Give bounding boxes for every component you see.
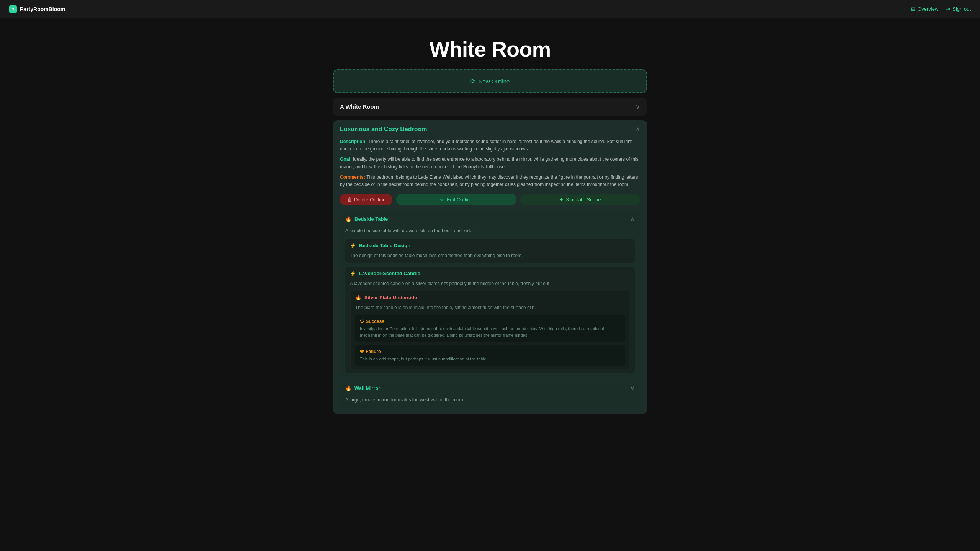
logo: ✦ PartyRoomBloom	[9, 5, 65, 13]
bedroom-chevron-up-icon: ∧	[635, 126, 640, 133]
logo-text: PartyRoomBloom	[20, 6, 65, 12]
bedroom-comments: Comments: This bedroom belongs to Lady E…	[340, 174, 640, 188]
delete-outline-button[interactable]: 🗑 Delete Outline	[340, 194, 392, 205]
section-header-left: A White Room	[340, 103, 379, 110]
description-label: Description:	[340, 139, 367, 144]
header-right: ⊞ Overview ⇥ Sign out	[911, 6, 971, 12]
bedroom-header[interactable]: Luxurious and Cozy Bedroom ∧	[333, 120, 647, 138]
section-a-white-room-title: A White Room	[340, 103, 379, 110]
failure-outcome-card: 👁 Failure This is an odd shape, but perh…	[355, 345, 625, 366]
goal-text: Ideally, the party will be able to find …	[340, 156, 639, 169]
delete-label: Delete Outline	[354, 197, 385, 202]
bedside-table-design-header[interactable]: ⚡ Bedside Table Design	[345, 239, 635, 252]
page-title: White Room	[333, 37, 647, 62]
bedroom-card: Luxurious and Cozy Bedroom ∧ Description…	[333, 120, 647, 414]
new-outline-button[interactable]: ⟳ New Outline	[333, 69, 647, 93]
bedside-table-description: A simple bedside table with drawers sits…	[340, 227, 640, 239]
bedroom-content: Description: There is a faint smell of l…	[333, 138, 647, 414]
wall-mirror-card: 🔥 Wall Mirror ∨ A large, ornate mirror d…	[340, 380, 640, 408]
bedroom-goal: Goal: Ideally, the party will be able to…	[340, 156, 640, 170]
bedside-table-header-left: 🔥 Bedside Table	[345, 216, 388, 222]
comments-text: This bedroom belongs to Lady Elena Welvi…	[340, 174, 638, 187]
bedside-table-header[interactable]: 🔥 Bedside Table ∧	[340, 211, 640, 227]
bedside-table-design-title: Bedside Table Design	[359, 243, 410, 248]
edit-label: Edit Outline	[447, 197, 472, 202]
lavender-candle-header[interactable]: ⚡ Lavender-Scented Candle	[345, 267, 635, 280]
signout-link[interactable]: ⇥ Sign out	[946, 6, 971, 12]
silver-plate-card: 🔥 Silver Plate Underside The plate the c…	[351, 291, 629, 369]
header: ✦ PartyRoomBloom ⊞ Overview ⇥ Sign out	[0, 0, 980, 18]
wall-mirror-title: Wall Mirror	[354, 385, 380, 391]
signout-label: Sign out	[952, 6, 971, 12]
eye-icon: 👁	[360, 349, 366, 354]
wall-mirror-header-left: 🔥 Wall Mirror	[345, 385, 380, 391]
silver-plate-description: The plate the candle is on is inlaid int…	[351, 304, 629, 315]
bedside-table-chevron-up-icon: ∧	[630, 215, 635, 223]
simulate-scene-button[interactable]: ✦ Simulate Scene	[520, 194, 640, 205]
bedside-table-design-card: ⚡ Bedside Table Design The design of thi…	[345, 239, 635, 263]
logo-icon: ✦	[9, 5, 17, 13]
silver-plate-title: Silver Plate Underside	[364, 295, 417, 300]
simulate-label: Simulate Scene	[566, 197, 601, 202]
zap-icon: ⚡	[350, 243, 356, 248]
section-a-white-room: A White Room ∨	[333, 98, 647, 116]
new-outline-label: New Outline	[479, 78, 510, 85]
zap-icon-candle: ⚡	[350, 271, 356, 276]
action-buttons: 🗑 Delete Outline ✏ Edit Outline ✦ Simula…	[340, 194, 640, 205]
comments-label: Comments:	[340, 174, 365, 180]
main-content: White Room ⟳ New Outline A White Room ∨ …	[0, 0, 980, 429]
failure-text: This is an odd shape, but perhaps it's j…	[360, 356, 620, 362]
flame-icon: 🔥	[345, 216, 351, 222]
flame-icon-silver: 🔥	[355, 295, 361, 300]
edit-outline-button[interactable]: ✏ Edit Outline	[396, 194, 516, 205]
bedside-table-design-description: The design of this bedside table much le…	[345, 252, 635, 263]
lavender-candle-title: Lavender-Scented Candle	[359, 271, 420, 276]
page-title-container: White Room	[333, 31, 647, 65]
lavender-candle-description: A lavender-scented candle on a silver pl…	[345, 280, 635, 291]
overview-link[interactable]: ⊞ Overview	[911, 6, 938, 12]
bedside-table-card: 🔥 Bedside Table ∧ A simple bedside table…	[340, 211, 640, 377]
grid-icon: ⊞	[911, 6, 915, 12]
trash-icon: 🗑	[347, 197, 352, 202]
bedroom-description: Description: There is a faint smell of l…	[340, 138, 640, 153]
bedside-table-title: Bedside Table	[354, 216, 388, 222]
wall-mirror-description: A large, ornate mirror dominates the wes…	[340, 396, 640, 408]
failure-label: Failure	[366, 349, 381, 354]
success-label: Success	[366, 319, 384, 324]
content-area: White Room ⟳ New Outline A White Room ∨ …	[333, 24, 647, 429]
wall-mirror-header[interactable]: 🔥 Wall Mirror ∨	[340, 380, 640, 396]
overview-label: Overview	[918, 6, 938, 12]
chevron-down-icon: ∨	[635, 103, 640, 110]
silver-plate-header[interactable]: 🔥 Silver Plate Underside	[351, 291, 629, 304]
edit-icon: ✏	[440, 197, 444, 202]
signout-icon: ⇥	[946, 6, 950, 12]
section-a-white-room-header[interactable]: A White Room ∨	[333, 98, 647, 116]
lavender-candle-card: ⚡ Lavender-Scented Candle A lavender-sce…	[345, 267, 635, 373]
success-outcome-card: 🛡 Success Investigation or Perception. I…	[355, 315, 625, 342]
shield-icon: 🛡	[360, 319, 366, 324]
wall-mirror-chevron-down-icon: ∨	[630, 385, 635, 392]
success-text: Investigation or Perception. It is stran…	[360, 326, 620, 338]
sparkle-icon: ✦	[559, 197, 564, 202]
description-text: There is a faint smell of lavender, and …	[340, 139, 632, 152]
flame-icon-mirror: 🔥	[345, 385, 351, 391]
new-outline-icon: ⟳	[470, 78, 475, 85]
goal-label: Goal:	[340, 156, 352, 162]
bedroom-title: Luxurious and Cozy Bedroom	[340, 126, 427, 133]
